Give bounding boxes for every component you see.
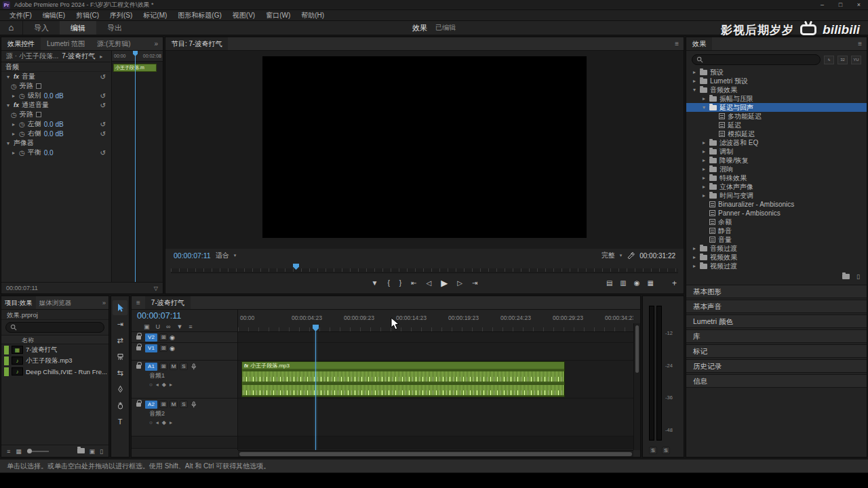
lane-v2[interactable] bbox=[238, 332, 633, 343]
effects-tree-item[interactable]: ▸立体声声像 bbox=[686, 182, 867, 191]
pen-tool[interactable] bbox=[113, 382, 127, 396]
scrollbar-thumb[interactable] bbox=[635, 325, 639, 373]
label-color-chip[interactable] bbox=[4, 357, 9, 365]
panel-menu-icon[interactable]: ≡ bbox=[853, 37, 867, 50]
effect-row-panner[interactable]: ▾ 声像器 bbox=[1, 138, 111, 148]
twirl-icon[interactable]: ▾ bbox=[5, 102, 11, 108]
sync-lock-icon[interactable]: ⊞ bbox=[159, 333, 167, 341]
add-marker-icon[interactable]: ▼ bbox=[176, 323, 182, 330]
effects-tree-item[interactable]: Panner - Ambisonics bbox=[686, 209, 867, 218]
accelerated-effects-badge-icon[interactable]: ϟ bbox=[824, 56, 834, 64]
close-button[interactable]: × bbox=[850, 0, 868, 9]
track-target-badge[interactable]: A2 bbox=[145, 401, 157, 409]
track-output-eye-icon[interactable]: ◉ bbox=[170, 334, 175, 341]
hand-tool[interactable] bbox=[113, 398, 127, 413]
scrollbar-thumb[interactable] bbox=[239, 452, 632, 456]
effects-search-box[interactable] bbox=[692, 54, 821, 65]
twirl-icon[interactable]: ▸ bbox=[692, 69, 697, 75]
twirl-icon[interactable]: ▸ bbox=[11, 131, 16, 137]
lane-a2[interactable] bbox=[238, 399, 633, 436]
list-view-icon[interactable]: ≡ bbox=[7, 448, 10, 455]
timeline-vertical-scrollbar[interactable] bbox=[633, 323, 640, 450]
kf-prev-icon[interactable]: ◂ bbox=[156, 382, 159, 388]
yuv-effects-badge-icon[interactable]: YU bbox=[851, 56, 861, 64]
go-to-in-button[interactable]: ⇤ bbox=[411, 279, 416, 287]
track-target-badge[interactable]: A1 bbox=[145, 363, 157, 371]
twirl-icon[interactable]: ▸ bbox=[701, 175, 707, 181]
timeline-settings-icon[interactable]: ≡ bbox=[189, 323, 192, 330]
menu-markers[interactable]: 标记(M) bbox=[138, 10, 172, 21]
solo-right-button[interactable]: S bbox=[662, 447, 670, 454]
tab-program-monitor[interactable]: 节目: 7-波奇打气 bbox=[165, 37, 228, 50]
effects-tree-item[interactable]: 延迟 bbox=[686, 121, 867, 129]
delete-icon[interactable]: ▯ bbox=[856, 273, 860, 280]
kf-next-icon[interactable]: ▸ bbox=[170, 382, 172, 388]
ripple-edit-tool[interactable]: ⇄ bbox=[113, 333, 127, 348]
home-icon[interactable]: ⌂ bbox=[0, 21, 23, 35]
add-marker-button[interactable]: ▼ bbox=[372, 279, 378, 287]
timeline-ruler[interactable]: 00:00 00:00:04:23 00:00:09:23 00:00:14:2… bbox=[238, 310, 633, 332]
stopwatch-icon[interactable]: ◷ bbox=[19, 121, 25, 128]
effects-tree-item[interactable]: ▸调制 bbox=[686, 147, 867, 156]
effects-tree-item[interactable]: ▸时间与变调 bbox=[686, 191, 867, 200]
workspace-tab-import[interactable]: 导入 bbox=[23, 21, 60, 35]
stopwatch-icon[interactable]: ◷ bbox=[19, 130, 25, 138]
delete-icon[interactable]: ▯ bbox=[100, 448, 103, 455]
program-scrubber[interactable] bbox=[171, 263, 678, 273]
effects-tree-item[interactable]: ▸音频过渡 bbox=[686, 244, 867, 253]
lock-icon[interactable] bbox=[136, 403, 141, 407]
workspace-tab-edit[interactable]: 编辑 bbox=[60, 21, 96, 35]
twirl-icon[interactable]: ▸ bbox=[692, 78, 697, 84]
panel-tab-essential-sound[interactable]: 基本声音 bbox=[686, 300, 867, 313]
effects-tree-item[interactable]: ▸混响 bbox=[686, 165, 867, 174]
stopwatch-icon[interactable]: ◷ bbox=[19, 92, 25, 100]
param-value[interactable]: 0.0 dB bbox=[44, 92, 64, 100]
effects-tree-item[interactable]: 模拟延迟 bbox=[686, 129, 867, 138]
menu-graphics[interactable]: 图形和标题(G) bbox=[172, 10, 226, 21]
reset-icon[interactable]: ↺ bbox=[100, 73, 106, 81]
zoom-level-dropdown[interactable]: 适合 bbox=[216, 251, 229, 260]
step-forward-button[interactable]: ▷ bbox=[457, 279, 462, 287]
go-to-out-button[interactable]: ⇥ bbox=[472, 279, 477, 287]
audio-clip[interactable]: fx 小王子段落.mp3 bbox=[241, 361, 565, 397]
twirl-icon[interactable]: ▾ bbox=[701, 104, 707, 110]
panel-tab-lumetri-color[interactable]: Lumetri 颜色 bbox=[686, 314, 867, 328]
twirl-icon[interactable]: ▸ bbox=[692, 245, 697, 251]
tab-sequence[interactable]: 7-波奇打气 bbox=[145, 296, 191, 309]
timeline-horizontal-scrollbar[interactable] bbox=[238, 450, 633, 457]
project-search-box[interactable] bbox=[5, 322, 104, 333]
panel-menu-icon[interactable]: ≡ bbox=[670, 37, 684, 50]
twirl-icon[interactable]: ▸ bbox=[11, 93, 16, 99]
menu-file[interactable]: 文件(F) bbox=[4, 10, 37, 21]
effects-tree-item[interactable]: 余额 bbox=[686, 218, 867, 226]
automation-mode-icon[interactable]: ○ bbox=[149, 382, 153, 388]
tab-overflow-icon[interactable]: » bbox=[149, 37, 163, 50]
tab-project[interactable]: 项目:效果 bbox=[1, 296, 36, 309]
reset-icon[interactable]: ↺ bbox=[100, 121, 106, 128]
twirl-icon[interactable]: ▸ bbox=[701, 192, 707, 199]
kf-next-icon[interactable]: ▸ bbox=[170, 420, 172, 426]
sync-lock-icon[interactable]: ⊞ bbox=[159, 363, 167, 370]
workspace-tab-export[interactable]: 导出 bbox=[96, 21, 133, 35]
track-name[interactable]: 音频1 bbox=[132, 371, 237, 380]
program-timecode[interactable]: 00:00:07:11 bbox=[174, 251, 211, 260]
menu-clip[interactable]: 剪辑(C) bbox=[71, 10, 104, 21]
menu-view[interactable]: 视图(V) bbox=[227, 10, 260, 21]
mini-playhead[interactable] bbox=[135, 51, 136, 282]
project-item[interactable]: ♪ Deep Chills,IVIE - Run Fre... bbox=[1, 366, 108, 377]
twirl-icon[interactable]: ▸ bbox=[701, 96, 707, 102]
lock-icon[interactable] bbox=[136, 336, 141, 340]
bypass-checkbox[interactable] bbox=[36, 83, 41, 89]
new-bin-icon[interactable] bbox=[77, 448, 85, 453]
solo-left-button[interactable]: S bbox=[649, 447, 657, 454]
filter-properties-icon[interactable]: ▽ bbox=[154, 285, 158, 291]
solo-button[interactable]: S bbox=[180, 363, 188, 370]
extract-button[interactable]: ▥ bbox=[620, 279, 626, 287]
panel-tab-libraries[interactable]: 库 bbox=[686, 329, 867, 343]
razor-tool[interactable] bbox=[113, 349, 127, 364]
effects-tree-item[interactable]: 音量 bbox=[686, 235, 867, 244]
twirl-icon[interactable]: ▸ bbox=[701, 184, 707, 190]
effects-tree-item-selected[interactable]: ▾延迟与回声 bbox=[686, 103, 867, 112]
track-output-eye-icon[interactable]: ◉ bbox=[170, 345, 175, 352]
twirl-icon[interactable]: ▸ bbox=[701, 140, 707, 146]
